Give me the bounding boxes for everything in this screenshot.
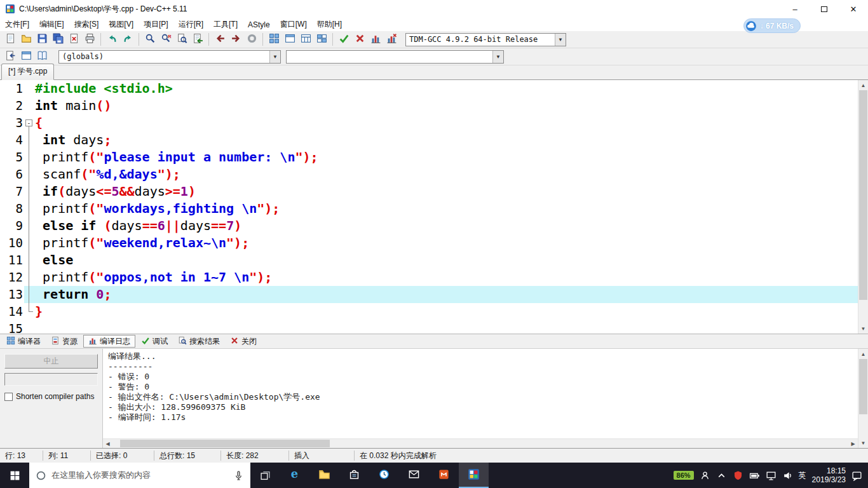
panel-tab-compiler[interactable]: 编译器 (2, 335, 45, 348)
save-button[interactable] (34, 32, 50, 47)
menu-run[interactable]: 运行[R] (173, 18, 208, 31)
globals-combobox[interactable]: (globals) ▼ (58, 50, 281, 64)
scroll-down-icon[interactable]: ▼ (858, 323, 868, 334)
start-button[interactable] (0, 463, 29, 488)
taskbar-app-dev-cpp[interactable] (459, 463, 489, 488)
members-combobox[interactable]: ▼ (286, 50, 504, 64)
clock[interactable]: 18:15 2019/3/23 (812, 466, 846, 484)
code-line[interactable]: 1#include <stdio.h> (0, 80, 858, 97)
code-line[interactable]: 5 printf("please input a number: \n"); (0, 149, 858, 166)
menu-window[interactable]: 窗口[W] (275, 18, 312, 31)
scroll-up-icon[interactable]: ▲ (858, 349, 868, 359)
code-line[interactable]: 8 printf("workdays,fighting \n"); (0, 200, 858, 217)
goto-line-button[interactable] (190, 32, 205, 47)
code-line[interactable]: 15 (0, 320, 858, 334)
scroll-track[interactable] (112, 439, 848, 448)
log-horizontal-scrollbar[interactable]: ◀ ▶ (103, 438, 858, 448)
taskbar-app-mail[interactable] (399, 463, 429, 488)
menu-help[interactable]: 帮助[H] (312, 18, 347, 31)
shorten-paths-option[interactable]: Shorten compiler paths (4, 392, 98, 401)
profile-analysis-button[interactable] (368, 32, 383, 47)
antivirus-icon[interactable] (733, 470, 743, 481)
bookmark-button[interactable] (34, 49, 50, 64)
scroll-thumb[interactable] (859, 90, 867, 300)
minimize-button[interactable]: – (780, 0, 810, 18)
code-line[interactable]: 6 scanf("%d,&days"); (0, 166, 858, 183)
fold-marker[interactable]: - (24, 114, 35, 132)
panel-tab-compile-log[interactable]: 编译日志 (83, 335, 135, 348)
report-window-button[interactable] (282, 32, 297, 47)
taskbar-app-clock-app[interactable] (369, 463, 399, 488)
find-button[interactable] (142, 32, 158, 47)
code-line[interactable]: 3-{ (0, 114, 858, 132)
chevron-down-icon[interactable]: ▼ (269, 51, 280, 63)
scroll-down-icon[interactable]: ▼ (858, 438, 868, 448)
scroll-right-icon[interactable]: ▶ (848, 439, 858, 449)
battery-percent-badge[interactable]: 86% (674, 471, 694, 480)
menu-project[interactable]: 项目[P] (139, 18, 173, 31)
redo-button[interactable] (120, 32, 135, 47)
clear-button[interactable] (352, 32, 367, 47)
scroll-left-icon[interactable]: ◀ (103, 439, 112, 449)
open-button[interactable] (18, 32, 34, 47)
abort-button[interactable]: 中止 (4, 354, 98, 369)
panel-tab-search-results[interactable]: 搜索结果 (173, 335, 224, 348)
find-in-files-button[interactable] (174, 32, 189, 47)
fold-collapse-icon[interactable]: - (25, 119, 32, 126)
scroll-thumb[interactable] (120, 440, 330, 447)
scroll-track[interactable] (858, 90, 868, 323)
class-browser-button[interactable] (298, 32, 313, 47)
menu-edit[interactable]: 编辑[E] (34, 18, 69, 31)
close-button[interactable]: ✕ (839, 0, 868, 18)
battery-icon[interactable] (749, 470, 760, 481)
replace-button[interactable]: R (158, 32, 173, 47)
menu-tools[interactable]: 工具[T] (208, 18, 243, 31)
tab-file[interactable]: [*] 学号.cpp (1, 64, 54, 80)
editor-vertical-scrollbar[interactable]: ▲ ▼ (858, 80, 868, 334)
code-line[interactable]: 10 printf("weekend,relax~\n"); (0, 234, 858, 252)
delete-profile-button[interactable] (384, 32, 399, 47)
scroll-track[interactable] (858, 359, 868, 438)
panel-tab-debug[interactable]: 调试 (137, 335, 172, 348)
syntax-check-button[interactable] (336, 32, 351, 47)
taskbar-search[interactable]: 在这里输入你要搜索的内容 (29, 463, 250, 488)
tray-expand-icon[interactable] (716, 470, 727, 481)
code-line[interactable]: 12 printf("oppos,not in 1~7 \n"); (0, 269, 858, 286)
project-manager-button[interactable] (266, 32, 281, 47)
maximize-button[interactable] (810, 0, 839, 18)
panel-tab-resources[interactable]: 资源 (46, 335, 82, 348)
language-indicator[interactable]: 英 (799, 470, 806, 481)
menu-astyle[interactable]: AStyle (243, 18, 275, 31)
code-line[interactable]: 11 else (0, 252, 858, 269)
menu-file[interactable]: 文件[F] (0, 18, 34, 31)
menu-search[interactable]: 搜索[S] (69, 18, 104, 31)
floating-windows-button[interactable] (314, 32, 329, 47)
menu-view[interactable]: 视图[V] (104, 18, 139, 31)
network-icon[interactable] (766, 470, 776, 481)
mic-icon[interactable] (233, 470, 244, 481)
save-all-button[interactable] (50, 32, 65, 47)
undo-button[interactable] (104, 32, 119, 47)
panel-tab-close[interactable]: 关闭 (226, 335, 261, 348)
code-line[interactable]: 13 return 0; (0, 286, 858, 303)
new-file-button[interactable] (3, 32, 18, 47)
back-button[interactable] (212, 32, 227, 47)
code-line[interactable]: 4 int days; (0, 132, 858, 149)
compiler-combobox[interactable]: TDM-GCC 4.9.2 64-bit Release ▼ (405, 33, 566, 46)
jump-back-button[interactable] (3, 49, 18, 64)
abort-compile-button[interactable] (244, 32, 259, 47)
code-line[interactable]: 7 if(days<=5&&days>=1) (0, 183, 858, 200)
taskbar-app-orange-app[interactable] (429, 463, 459, 488)
taskbar-app-store[interactable] (339, 463, 369, 488)
task-view-button[interactable] (250, 463, 280, 488)
scroll-up-icon[interactable]: ▲ (858, 80, 868, 90)
chevron-down-icon[interactable]: ▼ (555, 34, 566, 46)
scroll-thumb[interactable] (859, 359, 867, 414)
code-line[interactable]: 14} (0, 303, 858, 320)
taskbar-app-file-explorer[interactable] (309, 463, 339, 488)
print-button[interactable] (82, 32, 97, 47)
close-file-button[interactable] (66, 32, 81, 47)
action-center-icon[interactable] (851, 470, 862, 481)
code-line[interactable]: 9 else if (days==6||days==7) (0, 217, 858, 234)
shorten-paths-checkbox[interactable] (4, 393, 13, 401)
